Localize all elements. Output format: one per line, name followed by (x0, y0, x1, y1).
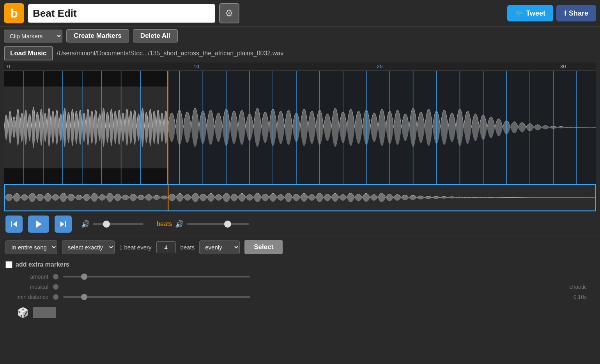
amount-row: amount (5, 274, 595, 280)
amount-slider[interactable] (63, 276, 250, 277)
svg-rect-32 (11, 221, 12, 227)
facebook-icon: f (564, 9, 566, 18)
volume-area: 🔊 (81, 220, 143, 228)
tweet-button[interactable]: 🐦 Tweet (507, 5, 553, 21)
twitter-icon: 🐦 (515, 9, 524, 18)
app-logo: b (4, 3, 24, 23)
beats-volume-slider-thumb[interactable] (224, 221, 231, 228)
ruler-label-20: 20 (377, 64, 382, 69)
amount-label: amount (13, 274, 48, 280)
skip-forward-icon (59, 220, 67, 228)
svg-marker-33 (13, 221, 17, 227)
waveform-main[interactable]: // This won't execute in SVG, we'll do i… (4, 71, 596, 184)
musical-label: musical (13, 284, 48, 290)
add-extra-markers-checkbox[interactable] (5, 261, 12, 268)
musical-dot (53, 284, 58, 290)
share-button[interactable]: f Share (556, 5, 596, 21)
settings-button[interactable]: ⚙ (219, 3, 239, 23)
file-path: /Users/mmohl/Documents/Stoc.../135_short… (57, 50, 284, 57)
skip-back-button[interactable] (5, 216, 23, 233)
dice-icon[interactable]: 🎲 (17, 307, 29, 318)
svg-marker-36 (60, 221, 64, 227)
play-button[interactable] (28, 216, 49, 233)
spacing-select[interactable]: evenly randomly (199, 240, 240, 254)
extra-markers-section: add extra markers amount musical chaotic… (0, 257, 600, 325)
skip-back-icon (10, 220, 18, 228)
min-distance-row: min distance 0.10s (5, 294, 595, 300)
bottom-icons: 🎲 (5, 304, 595, 321)
beat-value-input[interactable] (156, 241, 176, 253)
ruler-label-10: 10 (193, 64, 199, 69)
musical-row: musical chaotic (5, 284, 595, 290)
beats-label: beats (157, 221, 172, 228)
beats-volume-slider-track[interactable] (187, 223, 249, 225)
min-distance-slider[interactable] (63, 296, 250, 298)
add-extra-markers-row: add extra markers (5, 261, 595, 268)
beats-volume-icon: 🔊 (175, 220, 184, 228)
waveform-mini[interactable] (4, 184, 596, 211)
volume-slider-thumb[interactable] (103, 221, 110, 228)
waveform-container: 0 10 20 30 // This won't execute in SVG,… (4, 62, 596, 212)
skip-forward-button[interactable] (55, 216, 72, 233)
waveform-svg: // This won't execute in SVG, we'll do i… (4, 71, 596, 184)
beats-volume-area: beats 🔊 (149, 220, 249, 228)
file-row: Load Music /Users/mmohl/Documents/Stoc..… (0, 45, 600, 62)
clip-markers-select[interactable]: Clip Markers (4, 30, 62, 42)
play-icon (34, 220, 43, 228)
volume-slider-track[interactable] (93, 223, 143, 225)
svg-marker-34 (36, 221, 42, 228)
chaotic-label: chaotic (570, 284, 595, 290)
playback-controls: 🔊 beats 🔊 (0, 212, 600, 237)
timeline-ruler: 0 10 20 30 (4, 62, 596, 71)
gray-rect (33, 307, 56, 318)
create-markers-button[interactable]: Create Markers (66, 29, 129, 42)
social-buttons: 🐦 Tweet f Share (507, 5, 596, 21)
ruler-label-30: 30 (560, 64, 566, 69)
toolbar: Clip Markers Create Markers Delete All (0, 27, 600, 45)
add-extra-markers-label: add extra markers (16, 261, 69, 268)
scope-select[interactable]: In entire song In selection In loop (5, 240, 57, 254)
amount-dot (53, 274, 58, 279)
load-music-button[interactable]: Load Music (4, 46, 53, 60)
select-button[interactable]: Select (244, 240, 283, 254)
app-title-input[interactable] (28, 4, 215, 23)
method-select[interactable]: select exactly select at most select at … (62, 240, 115, 254)
volume-icon: 🔊 (81, 220, 90, 228)
beat-every-label: 1 beat every (119, 244, 152, 251)
beats-unit-label: beats (181, 244, 195, 251)
header: b ⚙ 🐦 Tweet f Share (0, 0, 600, 27)
min-distance-dot (53, 294, 58, 300)
selection-controls: In entire song In selection In loop sele… (0, 237, 600, 257)
svg-rect-35 (65, 221, 66, 227)
ruler-label-0: 0 (7, 64, 10, 69)
min-distance-label: min distance (13, 294, 48, 300)
delete-all-button[interactable]: Delete All (133, 29, 178, 42)
min-distance-value: 0.10s (573, 294, 595, 300)
mini-waveform-svg (5, 185, 595, 210)
